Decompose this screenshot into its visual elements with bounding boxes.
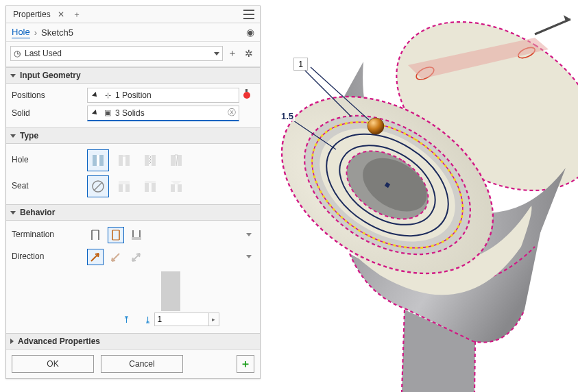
center-point-icon: ⊹ (103, 90, 112, 100)
clear-icon[interactable]: ⓧ (228, 107, 236, 119)
section-advanced[interactable]: Advanced Properties (6, 333, 260, 350)
panel-title: Properties (9, 10, 55, 19)
cursor-icon (91, 90, 100, 100)
preset-value: Last Used (25, 49, 214, 58)
svg-rect-13 (125, 184, 130, 192)
solid-body-icon: ▣ (103, 108, 112, 118)
clock-icon: ◷ (14, 49, 21, 58)
chevron-down-icon (10, 211, 16, 215)
chevron-down-icon (10, 74, 16, 77)
direction-arrow[interactable] (535, 15, 570, 34)
section-label: Type (20, 131, 38, 140)
hole-taper-icon[interactable] (165, 149, 187, 171)
depth-step-button[interactable]: ▸ (208, 313, 219, 326)
breadcrumb: Hole › Sketch5 ◉ (6, 23, 260, 42)
seat-none-icon[interactable] (87, 175, 109, 197)
svg-rect-18 (171, 184, 175, 192)
preset-selector[interactable]: ◷ Last Used (10, 46, 223, 61)
chevron-right-icon (10, 339, 14, 344)
dim-arrow-icon: ⤒ (144, 315, 152, 325)
solid-label: Solid (12, 108, 87, 118)
cancel-button[interactable]: Cancel (101, 355, 183, 373)
seat-spotface-icon[interactable] (139, 175, 161, 197)
svg-rect-15 (145, 183, 149, 192)
positions-selector[interactable]: ⊹ 1 Position (87, 88, 239, 103)
svg-rect-6 (145, 155, 149, 166)
seat-countersink-icon[interactable] (165, 175, 187, 197)
sketch-point-sphere[interactable] (368, 118, 384, 134)
direction-label: Direction (12, 252, 87, 261)
termination-distance-icon[interactable] (87, 227, 104, 243)
solid-value: 3 Solids (115, 108, 225, 118)
direction-default-icon[interactable] (87, 249, 104, 265)
svg-rect-2 (97, 155, 99, 166)
svg-rect-29 (132, 237, 141, 240)
visibility-icon[interactable]: ◉ (246, 27, 254, 38)
svg-rect-16 (152, 183, 156, 192)
direction-flip-icon[interactable] (108, 249, 124, 265)
add-preset-button[interactable]: ＋ (226, 47, 239, 60)
hole-simple-icon[interactable] (87, 149, 109, 171)
dialog-buttons: OK Cancel ＋ (6, 350, 260, 378)
solid-selector[interactable]: ▣ 3 Solids ⓧ (87, 106, 239, 121)
svg-rect-7 (152, 155, 156, 166)
svg-rect-8 (171, 155, 175, 166)
hole-clearance-icon[interactable] (113, 149, 135, 171)
depth-input[interactable]: ▸ (154, 313, 219, 326)
svg-rect-12 (119, 184, 123, 192)
svg-rect-0 (93, 155, 97, 166)
viewport[interactable]: 1 1.5 (261, 0, 578, 392)
termination-label: Termination (12, 230, 87, 239)
svg-rect-19 (178, 184, 182, 192)
svg-rect-9 (178, 155, 182, 166)
chevron-down-icon (10, 134, 16, 138)
svg-line-11 (94, 182, 102, 191)
positions-label: Positions (12, 90, 87, 100)
close-tab-icon[interactable]: ✕ (58, 10, 64, 19)
svg-rect-1 (99, 155, 104, 166)
hole-label: Hole (12, 155, 87, 164)
positions-value: 1 Position (115, 90, 236, 100)
panel-titlebar: Properties ✕ ＋ (6, 6, 260, 23)
direction-symmetric-icon[interactable] (128, 249, 145, 265)
preset-settings-button[interactable]: ✲ (242, 47, 256, 60)
svg-rect-17 (145, 181, 156, 183)
section-behavior[interactable]: Behavior (6, 204, 260, 221)
section-label: Behavior (20, 208, 55, 217)
svg-rect-5 (123, 157, 125, 166)
section-label: Input Geometry (20, 71, 81, 80)
section-input-geometry[interactable]: Input Geometry (6, 67, 260, 84)
hole-tapped-icon[interactable] (139, 149, 161, 171)
section-label: Advanced Properties (18, 336, 100, 346)
dimension-callout-outer[interactable]: 1 (293, 58, 308, 71)
dimension-callout-inner[interactable]: 1.5 (280, 111, 295, 121)
depth-value[interactable] (155, 313, 208, 326)
cursor-icon (91, 108, 100, 118)
breadcrumb-current: Sketch5 (41, 27, 73, 38)
apply-button[interactable]: ＋ (237, 355, 254, 373)
svg-line-44 (535, 19, 570, 34)
breadcrumb-root[interactable]: Hole (12, 27, 30, 38)
dim-anchor-icon: ⤒ (123, 315, 130, 325)
chevron-down-icon (214, 52, 219, 56)
termination-to-icon[interactable] (128, 227, 145, 243)
seat-counterbore-icon[interactable] (113, 175, 135, 197)
seat-label: Seat (12, 181, 87, 191)
termination-through-icon[interactable] (108, 227, 124, 243)
menu-icon[interactable] (243, 8, 254, 21)
section-type[interactable]: Type (6, 127, 260, 144)
ok-button[interactable]: OK (12, 355, 94, 373)
properties-panel: Properties ✕ ＋ Hole › Sketch5 ◉ ◷ Last U… (5, 5, 261, 379)
new-tab-icon[interactable]: ＋ (73, 9, 81, 21)
svg-rect-14 (119, 181, 130, 184)
preset-row: ◷ Last Used ＋ ✲ (6, 42, 260, 67)
svg-rect-3 (119, 155, 123, 166)
chevron-right-icon: › (34, 27, 37, 38)
positions-pin[interactable] (239, 92, 254, 99)
depth-diagram: ⤒ ⤒ ▸ (87, 271, 254, 326)
svg-rect-4 (125, 155, 130, 166)
